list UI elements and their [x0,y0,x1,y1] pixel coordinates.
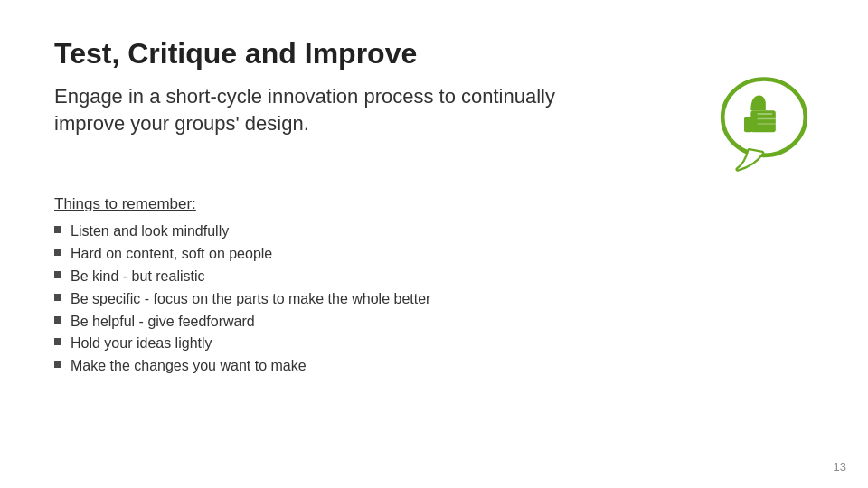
list-item-text: Hold your ideas lightly [71,333,212,355]
list-item: Hold your ideas lightly [54,333,814,355]
slide-title: Test, Critique and Improve [54,36,814,70]
bullet-icon [54,316,61,324]
svg-rect-2 [744,117,752,132]
bullet-icon [54,226,61,233]
list-item-text: Hard on content, soft on people [71,243,272,266]
list-item: Listen and look mindfully [54,221,814,243]
bullet-icon [54,249,61,256]
page-number: 13 [834,460,846,474]
subtitle-block: Engage in a short-cycle innovation proce… [54,83,814,174]
bullet-icon [54,338,61,345]
slide-subtitle: Engage in a short-cycle innovation proce… [54,83,597,136]
things-to-remember-label: Things to remember: [54,195,814,213]
thumbs-up-icon [714,74,814,174]
list-item: Make the changes you want to make [54,355,814,378]
list-item: Be helpful - give feedforward [54,311,814,333]
bullet-icon [54,361,61,368]
list-item-text: Listen and look mindfully [71,221,229,243]
list-item-text: Make the changes you want to make [71,355,307,378]
list-item: Be kind - but realistic [54,266,814,288]
bullet-icon [54,294,61,301]
bullet-icon [54,271,61,278]
list-item-text: Be specific - focus on the parts to make… [71,288,430,311]
list-item-text: Be helpful - give feedforward [71,311,255,333]
list-item: Be specific - focus on the parts to make… [54,288,814,311]
list-item: Hard on content, soft on people [54,243,814,266]
slide: Test, Critique and Improve Engage in a s… [0,0,868,488]
bullet-list: Listen and look mindfullyHard on content… [54,221,814,378]
list-item-text: Be kind - but realistic [71,266,205,288]
